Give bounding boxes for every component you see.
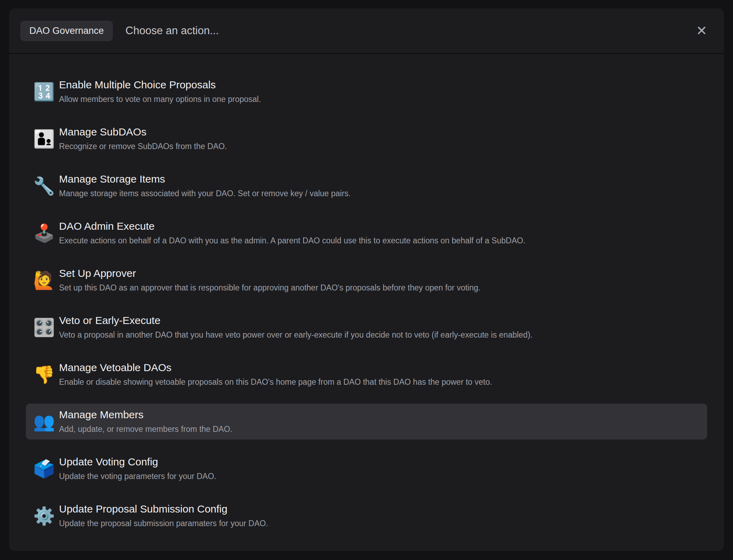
action-list-item[interactable]: 🕹️ DAO Admin Execute Execute actions on … xyxy=(26,215,707,251)
action-description: Add, update, or remove members from the … xyxy=(59,425,232,434)
action-picker-modal: DAO Governance ✕ 🔢 Enable Multiple Choic… xyxy=(9,8,724,551)
action-list-item[interactable]: 🙋 Set Up Approver Set up this DAO as an … xyxy=(26,262,707,298)
action-list: 🔢 Enable Multiple Choice Proposals Allow… xyxy=(9,54,724,551)
action-texts: Veto or Early-Execute Veto a proposal in… xyxy=(59,315,532,340)
action-title: Manage Vetoable DAOs xyxy=(59,362,492,374)
action-texts: Manage Vetoable DAOs Enable or disable s… xyxy=(59,362,492,387)
busts-in-silhouette-emoji-icon: 👥 xyxy=(33,413,53,430)
input-numbers-emoji-icon: 🔢 xyxy=(33,83,53,101)
action-texts: Set Up Approver Set up this DAO as an ap… xyxy=(59,267,480,293)
action-title: Manage Members xyxy=(59,409,232,421)
action-texts: Update Voting Config Update the voting p… xyxy=(59,456,216,481)
ballot-box-emoji-icon: 🗳️ xyxy=(33,460,53,478)
modal-header: DAO Governance ✕ xyxy=(9,8,724,54)
category-badge[interactable]: DAO Governance xyxy=(20,21,113,41)
action-texts: Update Proposal Submission Config Update… xyxy=(59,503,268,528)
control-knobs-emoji-icon: 🎛️ xyxy=(33,319,53,336)
action-list-item[interactable]: 👥 Manage Members Add, update, or remove … xyxy=(26,404,707,440)
action-list-item[interactable]: 👎 Manage Vetoable DAOs Enable or disable… xyxy=(26,356,707,392)
action-list-item[interactable]: 🔢 Enable Multiple Choice Proposals Allow… xyxy=(26,74,707,110)
action-texts: DAO Admin Execute Execute actions on beh… xyxy=(59,220,525,245)
action-title: Update Proposal Submission Config xyxy=(59,503,268,515)
action-list-item[interactable]: 🔧 Manage Storage Items Manage storage it… xyxy=(26,168,707,204)
action-title: Enable Multiple Choice Proposals xyxy=(59,79,261,91)
action-search-input[interactable] xyxy=(125,24,693,37)
action-description: Update the proposal submission paramater… xyxy=(59,519,268,529)
action-texts: Enable Multiple Choice Proposals Allow m… xyxy=(59,79,261,104)
action-texts: Manage Members Add, update, or remove me… xyxy=(59,409,232,434)
action-title: DAO Admin Execute xyxy=(59,220,525,233)
action-texts: Manage Storage Items Manage storage item… xyxy=(59,173,351,198)
joystick-emoji-icon: 🕹️ xyxy=(33,224,53,242)
action-title: Update Voting Config xyxy=(59,456,216,468)
action-description: Manage storage items associated with you… xyxy=(59,189,351,199)
close-icon[interactable]: ✕ xyxy=(693,21,710,40)
action-description: Set up this DAO as an approver that is r… xyxy=(59,283,480,293)
action-title: Manage SubDAOs xyxy=(59,126,227,138)
action-description: Allow members to vote on many options in… xyxy=(59,95,261,104)
action-description: Update the voting parameters for your DA… xyxy=(59,472,216,481)
thumbs-down-emoji-icon: 👎 xyxy=(33,366,53,383)
action-list-item[interactable]: 👨‍👦 Manage SubDAOs Recognize or remove S… xyxy=(26,121,707,157)
action-title: Set Up Approver xyxy=(59,267,480,280)
action-title: Manage Storage Items xyxy=(59,173,351,185)
gear-emoji-icon: ⚙️ xyxy=(33,507,53,525)
action-description: Recognize or remove SubDAOs from the DAO… xyxy=(59,142,227,152)
action-description: Veto a proposal in another DAO that you … xyxy=(59,330,532,340)
action-title: Veto or Early-Execute xyxy=(59,315,532,327)
action-list-item[interactable]: ⚙️ Update Proposal Submission Config Upd… xyxy=(26,498,707,534)
action-list-item[interactable]: 🗳️ Update Voting Config Update the votin… xyxy=(26,451,707,487)
action-texts: Manage SubDAOs Recognize or remove SubDA… xyxy=(59,126,227,151)
action-description: Enable or disable showing vetoable propo… xyxy=(59,377,492,387)
family-man-boy-emoji-icon: 👨‍👦 xyxy=(33,130,53,148)
action-description: Execute actions on behalf of a DAO with … xyxy=(59,236,525,246)
raising-hand-emoji-icon: 🙋 xyxy=(33,272,53,289)
action-list-item[interactable]: 🎛️ Veto or Early-Execute Veto a proposal… xyxy=(26,309,707,345)
wrench-emoji-icon: 🔧 xyxy=(33,177,53,195)
